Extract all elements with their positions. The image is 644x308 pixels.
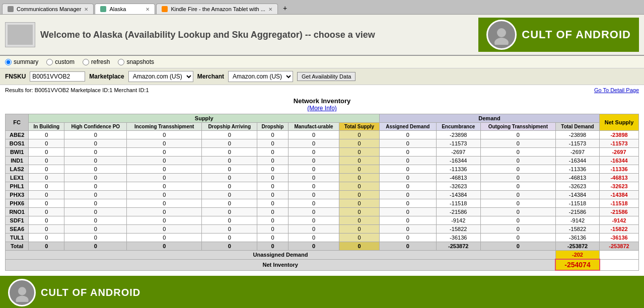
row-inc-trans: 0: [127, 199, 202, 208]
row-fc: RNO1: [6, 208, 29, 216]
row-hc-po: 0: [64, 157, 127, 165]
total-mfg: 0: [289, 242, 339, 251]
row-inc-trans: 0: [127, 225, 202, 234]
results-text: Results for: B0051VVOB2 Marketplace ID:1…: [5, 87, 149, 93]
avatar-icon: [491, 25, 512, 45]
get-availability-button[interactable]: Get Availability Data: [297, 72, 355, 81]
row-enc: -9142: [436, 216, 480, 225]
row-inc-trans: 0: [127, 174, 202, 182]
row-ds-arr: 0: [202, 139, 257, 148]
table-row: SEA6 0 0 0 0 0 0 0 0 -15822 0 -15822 -15…: [6, 225, 639, 234]
row-fc: BOS1: [6, 139, 29, 148]
row-mfg: 0: [289, 157, 339, 165]
row-total-supply: 0: [339, 234, 380, 242]
row-net-supply: -11518: [600, 199, 639, 208]
row-enc: -2697: [436, 148, 480, 157]
merchant-select[interactable]: Amazon.com (US): [228, 71, 293, 82]
row-fc: BWI1: [6, 148, 29, 157]
table-row: SDF1 0 0 0 0 0 0 0 0 -9142 0 -9142 -9142: [6, 216, 639, 225]
results-header: Results for: B0051VVOB2 Marketplace ID:1…: [0, 85, 644, 95]
row-in-building: 0: [29, 199, 64, 208]
row-hc-po: 0: [64, 225, 127, 234]
nav-summary-radio[interactable]: [5, 59, 12, 65]
tab-bar: Communications Manager ✕ Alaska ✕ Kindle…: [0, 0, 644, 14]
tab-alaska[interactable]: Alaska ✕: [95, 4, 155, 14]
nav-snapshots-radio[interactable]: [118, 59, 124, 65]
row-enc: -46813: [436, 174, 480, 182]
bottom-cult-text: CULT OF ANDROID: [41, 287, 140, 298]
tab-label-comms: Communications Manager: [17, 6, 81, 12]
tab-communications[interactable]: Communications Manager ✕: [2, 4, 94, 14]
row-total-supply: 0: [339, 216, 380, 225]
row-ds-arr: 0: [202, 234, 257, 242]
row-enc: -11573: [436, 139, 480, 148]
row-total-demand: -36136: [555, 234, 599, 242]
row-mfg: 0: [289, 182, 339, 191]
nav-summary-label: summary: [14, 58, 38, 65]
row-in-building: 0: [29, 131, 64, 139]
row-net-supply: -32623: [600, 182, 639, 191]
row-fc: SEA6: [6, 225, 29, 234]
marketplace-label: Marketplace: [89, 73, 124, 80]
fnsku-input[interactable]: [30, 71, 85, 82]
bottom-avatar-icon: [13, 284, 31, 302]
tab-close-comms[interactable]: ✕: [84, 7, 88, 12]
total-assigned: 0: [379, 242, 436, 251]
row-enc: -14384: [436, 191, 480, 199]
th-net-supply: Net Supply: [600, 114, 639, 131]
svg-point-1: [494, 38, 509, 45]
nav-custom[interactable]: custom: [46, 58, 75, 65]
row-ds-arr: 0: [202, 148, 257, 157]
tab-close-kindle[interactable]: ✕: [268, 7, 272, 12]
total-fc-cell: Total: [6, 242, 29, 251]
row-inc-trans: 0: [127, 234, 202, 242]
row-dropship: 0: [257, 199, 289, 208]
bottom-avatar: [8, 279, 36, 306]
fnsku-label: FNSKU: [5, 73, 26, 80]
row-mfg: 0: [289, 208, 339, 216]
total-total-demand: -253872: [555, 242, 599, 251]
row-dropship: 0: [257, 157, 289, 165]
th-out-trans: Outgoing Transshipment: [480, 123, 555, 131]
unassigned-demand-row: Unassigned Demand -202: [6, 251, 639, 260]
row-total-demand: -2697: [555, 148, 599, 157]
row-total-supply: 0: [339, 182, 380, 191]
nav-refresh[interactable]: refresh: [83, 58, 110, 65]
row-total-demand: -14384: [555, 191, 599, 199]
th-supply: Supply: [29, 114, 380, 123]
marketplace-select[interactable]: Amazon.com (US): [128, 71, 193, 82]
row-out-trans: 0: [480, 131, 555, 139]
row-assigned: 0: [379, 225, 436, 234]
row-mfg: 0: [289, 234, 339, 242]
row-assigned: 0: [379, 208, 436, 216]
tab-kindle[interactable]: Kindle Fire - the Amazon Tablet with ...…: [156, 4, 278, 14]
merchant-label: Merchant: [197, 73, 224, 80]
table-row: ABE2 0 0 0 0 0 0 0 0 -23898 0 -23898 -23…: [6, 131, 639, 139]
row-in-building: 0: [29, 216, 64, 225]
total-in-building: 0: [29, 242, 64, 251]
row-enc: -32623: [436, 182, 480, 191]
table-subtitle[interactable]: (More Info): [5, 105, 639, 114]
tab-close-alaska[interactable]: ✕: [146, 7, 150, 12]
row-in-building: 0: [29, 157, 64, 165]
row-out-trans: 0: [480, 174, 555, 182]
goto-detail-link[interactable]: Go To Detail Page: [594, 87, 639, 93]
nav-refresh-radio[interactable]: [83, 59, 89, 65]
row-out-trans: 0: [480, 234, 555, 242]
th-total-supply: Total Supply: [339, 123, 380, 131]
row-dropship: 0: [257, 139, 289, 148]
nav-snapshots[interactable]: snapshots: [118, 58, 154, 65]
row-net-supply: -11573: [600, 139, 639, 148]
row-dropship: 0: [257, 208, 289, 216]
row-inc-trans: 0: [127, 191, 202, 199]
app-header: Welcome to Alaska (Availability Lookup a…: [0, 15, 644, 56]
row-in-building: 0: [29, 225, 64, 234]
th-ds-arr: Dropship Arriving: [202, 123, 257, 131]
cult-header-avatar: [486, 20, 517, 50]
nav-summary[interactable]: summary: [5, 58, 38, 65]
svg-point-2: [18, 287, 26, 295]
table-row: BWI1 0 0 0 0 0 0 0 0 -2697 0 -2697 -2697: [6, 148, 639, 157]
new-tab-button[interactable]: +: [279, 2, 291, 14]
cult-header-text: CULT OF ANDROID: [522, 28, 631, 41]
nav-custom-radio[interactable]: [46, 59, 53, 65]
